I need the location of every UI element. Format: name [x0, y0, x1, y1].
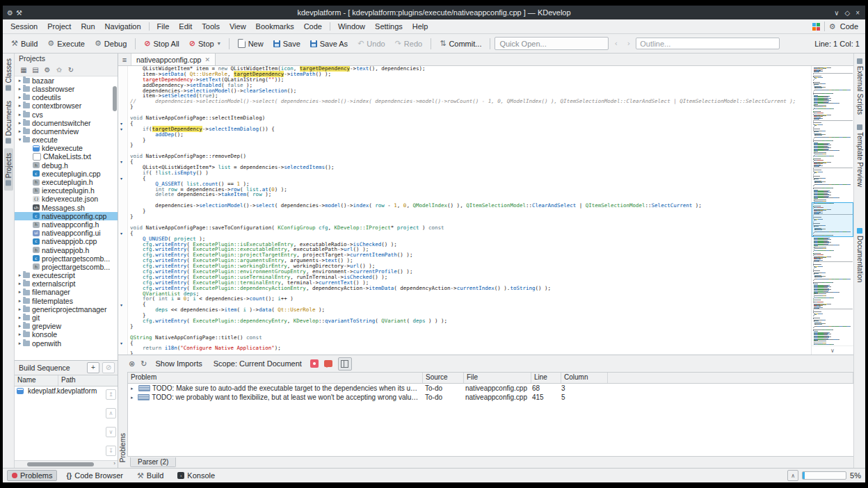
problem-row[interactable]: ▸TODO: Make sure to auto-add the executa…	[128, 384, 853, 393]
tree-mode-icon[interactable]: ▦	[19, 66, 29, 74]
expander-icon[interactable]: ▸	[17, 330, 23, 339]
menu-session[interactable]: Session	[6, 21, 42, 32]
show-imports-toggle[interactable]: Show Imports	[152, 358, 204, 369]
tree-item-externalscript[interactable]: ▸externalscript	[15, 279, 118, 288]
minimize-button[interactable]: ∨	[834, 9, 839, 17]
tree-item-execute[interactable]: ▾execute	[15, 136, 118, 144]
tree-item-executeplugin-h[interactable]: hexecuteplugin.h	[15, 178, 118, 186]
tree-item-documentswitcher[interactable]: ▸documentswitcher	[15, 119, 118, 127]
tree-item-projecttargetscomb---[interactable]: cprojecttargetscomb...	[15, 254, 118, 263]
quick-open-combo[interactable]: Quick Open...	[495, 37, 609, 50]
menu-project[interactable]: Project	[42, 21, 76, 32]
add-to-build-sequence-button[interactable]: +	[87, 362, 99, 373]
titlebar[interactable]: ⚙ ⚒ kdevplatform - [ kdevplatform:plugin…	[3, 6, 865, 19]
tree-item-kdevexecute[interactable]: kdevexecute	[15, 144, 118, 152]
editor-gutter[interactable]: ▾▾▾▾▾▾▾	[118, 66, 128, 355]
tree-item-bazaar[interactable]: ▸bazaar	[15, 76, 118, 85]
tree-item-konsole[interactable]: ▸konsole	[15, 330, 118, 339]
build-sequence-scrollbar[interactable]: ›	[15, 460, 118, 468]
menu-code[interactable]: Code	[299, 21, 327, 32]
stop-dropdown-icon[interactable]: ▾	[218, 40, 220, 47]
expand-statusbar-icon[interactable]: ∧	[787, 470, 798, 481]
toolview-tab-template-preview[interactable]: Template Preview	[855, 120, 865, 192]
expander-icon[interactable]: ▸	[17, 279, 23, 288]
statusbar-build-button[interactable]: ⚒ Build	[132, 470, 168, 482]
problems-column-file[interactable]: File	[464, 373, 531, 383]
save-as-button[interactable]: Save As	[306, 38, 352, 50]
tree-item-nativeappconfig-h[interactable]: hnativeappconfig.h	[15, 220, 118, 229]
menu-view[interactable]: View	[225, 21, 251, 32]
problems-column-problem[interactable]: Problem	[128, 373, 423, 383]
editor-text[interactable]: QListWidgetItem* item = new QListWidgetI…	[128, 66, 811, 355]
save-button[interactable]: Save	[269, 38, 305, 50]
expander-icon[interactable]: ▸	[17, 76, 23, 85]
tree-item-projecttargetscomb---[interactable]: hprojecttargetscomb...	[15, 263, 118, 271]
menu-settings[interactable]: Settings	[370, 21, 408, 32]
redo-button[interactable]: ↷Redo	[391, 37, 427, 50]
tree-item-genericprojectmanager[interactable]: ▸genericprojectmanager	[15, 305, 118, 314]
working-set-icon[interactable]	[812, 23, 820, 31]
fold-marker-icon[interactable]: ▾	[120, 231, 122, 236]
tree-item-filemanager[interactable]: ▸filemanager	[15, 288, 118, 296]
remove-from-build-sequence-button[interactable]: ⊘	[102, 362, 115, 373]
toolview-tab-projects[interactable]: Projects	[4, 148, 13, 190]
settings-icon[interactable]: ⚙	[42, 66, 52, 74]
tree-item-debug-h[interactable]: hdebug.h	[15, 161, 118, 170]
expander-icon[interactable]: ▾	[17, 136, 23, 144]
menu-navigation[interactable]: Navigation	[100, 21, 146, 32]
expander-icon[interactable]: ▸	[17, 314, 23, 322]
comment-filter-icon[interactable]	[324, 360, 332, 367]
expander-icon[interactable]: ▸	[17, 271, 23, 279]
menu-file[interactable]: File	[152, 21, 175, 32]
close-panel-icon[interactable]: ⊗	[129, 359, 135, 368]
tree-item-executescript[interactable]: ▸executescript	[15, 271, 118, 279]
grouping-toggle[interactable]	[338, 357, 352, 371]
tree-item-git[interactable]: ▸git	[15, 314, 118, 322]
toolview-tab-documentation[interactable]: Documentation	[855, 223, 865, 287]
parser-tab[interactable]: Parser (2)	[130, 457, 176, 467]
document-list-icon[interactable]: ≡	[118, 54, 131, 65]
expander-icon[interactable]: ▸	[17, 127, 23, 136]
problem-row[interactable]: ▸TODO: we probably want to flexibilize, …	[128, 393, 853, 402]
scroll-down-icon[interactable]: ∨	[812, 345, 853, 355]
tree-scrollbar[interactable]	[113, 76, 117, 360]
debug-button[interactable]: ⚙Debug	[90, 37, 131, 50]
expander-icon[interactable]: ▸	[17, 305, 23, 314]
code-editor[interactable]: ▾▾▾▾▾▾▾ QListWidgetItem* item = new QLis…	[118, 66, 853, 355]
nav-forward-button[interactable]: ›	[623, 37, 634, 50]
toolview-tab-documents[interactable]: Documents	[4, 96, 13, 149]
fold-marker-icon[interactable]: ▾	[120, 176, 122, 181]
expander-icon[interactable]: ▸	[17, 111, 23, 119]
expander-icon[interactable]: ▸	[17, 93, 23, 101]
menu-window[interactable]: Window	[333, 21, 370, 32]
tree-item-nativeappconfig-ui[interactable]: uinativeappconfig.ui	[15, 229, 118, 237]
fold-marker-icon[interactable]: ▾	[120, 302, 122, 307]
tree-item-nativeappjob-cpp[interactable]: cnativeappjob.cpp	[15, 237, 118, 245]
error-filter-icon[interactable]	[310, 359, 319, 368]
statusbar-code-browser-button[interactable]: {} Code Browser	[61, 470, 128, 481]
tree-item-cvs[interactable]: ▸cvs	[15, 111, 118, 119]
move-down-button[interactable]: ∨	[106, 427, 116, 437]
stop-all-button[interactable]: ⊘Stop All	[140, 37, 184, 50]
menu-edit[interactable]: Edit	[174, 21, 197, 32]
tree-item-codeutils[interactable]: ▸codeutils	[15, 93, 118, 101]
build-button[interactable]: ⚒Build	[7, 37, 42, 50]
background-parser-progress[interactable]	[802, 471, 846, 480]
tree-item-executeplugin-cpp[interactable]: cexecuteplugin.cpp	[15, 170, 118, 178]
refresh-icon[interactable]: ↻	[140, 359, 147, 368]
expander-icon[interactable]: ▸	[17, 101, 23, 110]
tree-item-openwith[interactable]: ▸openwith	[15, 339, 118, 348]
problems-column-line[interactable]: Line	[531, 373, 561, 383]
move-bottom-button[interactable]: ↧	[106, 446, 116, 456]
fold-marker-icon[interactable]: ▾	[120, 121, 122, 126]
tree-item-nativeappjob-h[interactable]: hnativeappjob.h	[15, 246, 118, 254]
menu-tools[interactable]: Tools	[197, 21, 225, 32]
stop-button[interactable]: ⊘Stop▾	[185, 37, 225, 50]
minimap-viewport[interactable]	[812, 202, 853, 237]
statusbar-problems-button[interactable]: Problems	[7, 470, 57, 481]
expander-icon[interactable]: ▸	[131, 386, 136, 391]
expander-icon[interactable]: ▸	[17, 339, 23, 348]
tree-item-filetemplates[interactable]: ▸filetemplates	[15, 297, 118, 305]
new-button[interactable]: New	[234, 37, 268, 50]
fold-marker-icon[interactable]: ▾	[120, 341, 122, 345]
